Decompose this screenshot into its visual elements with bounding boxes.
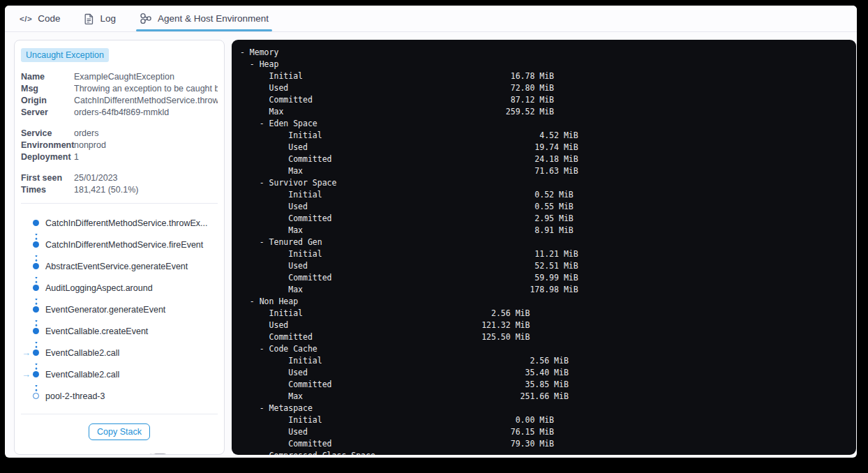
exception-type-badge: Uncaught Exception [21,48,109,62]
field-value: orders [74,128,218,140]
field-value: Throwing an exception to be caught by a … [74,83,218,95]
exception-stats: First seen25/01/2023Times181,421 (50.1%) [21,172,218,196]
frame-marker-icon [33,263,39,269]
stack-frame-label: AbstractEventService.generateEvent [45,262,188,271]
stack-frame-label: EventCallable2.call [45,348,119,358]
stack-frame[interactable]: AuditLoggingAspect.around [21,277,218,299]
stack-frame-label: EventCallable2.call [45,370,119,380]
stack-frame[interactable]: CatchInDifferentMethodService.fireEvent [21,234,218,255]
field-label: Msg [21,83,74,95]
tab-code[interactable]: </>Code [20,6,60,31]
field-name: NameExampleCaughtException [21,71,218,83]
stack-frame[interactable]: EventGenerator.generateEvent [21,299,218,320]
field-service: Serviceorders [21,128,218,140]
field-label: Times [21,184,74,196]
toggle-knob [147,453,159,455]
stack-frame-label: pool-2-thread-3 [45,391,105,401]
stack-frame-label: AuditLoggingAspect.around [45,283,153,293]
current-frame-arrow-icon: → [22,369,31,380]
field-value: nonprod [74,140,218,151]
field-value: 1 [74,151,218,163]
tab-label: Agent & Host Environment [158,13,269,24]
exception-context: ServiceordersEnvironmentnonprodDeploymen… [21,128,218,163]
stack-frame[interactable]: pool-2-thread-3 [21,385,218,407]
frame-marker-icon [33,285,39,291]
agent-environment-panel: - Memory - Heap Initial 16.78 MiB Used 7… [232,40,856,455]
stack-frame[interactable]: →EventCallable2.call [21,363,218,385]
app-window: </>CodeLogAgent & Host Environment Uncau… [5,6,857,458]
code-icon: </> [20,15,32,23]
field-label: Service [21,128,74,140]
stack-frame-label: CatchInDifferentMethodService.fireEvent [45,240,203,250]
field-value: orders-64fb4f869-mmkld [74,107,218,119]
field-value: CatchInDifferentMethodService.throwExcep [74,95,218,107]
frame-marker-icon [33,220,39,226]
copy-stack-button[interactable]: Copy Stack [89,423,150,440]
thread-marker-icon [33,393,39,399]
field-server: Serverorders-64fb4f869-mmkld [21,107,218,119]
frame-marker-icon [33,306,39,313]
stack-frame[interactable]: AbstractEventService.generateEvent [21,255,218,277]
field-first-seen: First seen25/01/2023 [21,172,218,184]
field-label: Deployment [21,151,74,163]
field-times: Times181,421 (50.1%) [21,184,218,196]
log-icon [84,13,94,24]
frame-marker-icon [33,371,39,377]
field-msg: MsgThrowing an exception to be caught by… [21,83,218,95]
exception-panel: Uncaught Exception NameExampleCaughtExce… [14,40,225,455]
field-label: Environment [21,140,74,151]
field-label: Server [21,107,74,119]
tab-label: Log [100,13,116,24]
frame-marker-icon [33,328,39,334]
divider [21,203,218,204]
tab-bar: </>CodeLogAgent & Host Environment [5,6,857,32]
current-frame-arrow-icon: → [22,347,31,358]
stack-frame-label: EventCallable.createEvent [45,326,148,336]
tab-agent-host-environment[interactable]: Agent & Host Environment [140,6,269,31]
stack-frame-label: CatchInDifferentMethodService.throwEx... [45,218,208,228]
field-deployment: Deployment1 [21,151,218,163]
tab-log[interactable]: Log [84,6,116,31]
field-value: 181,421 (50.1%) [74,184,218,196]
field-label: Name [21,71,74,83]
stack-trace-list: CatchInDifferentMethodService.throwEx...… [21,212,218,407]
field-label: Origin [21,95,74,107]
divider [21,414,218,414]
stack-frame-label: EventGenerator.generateEvent [45,305,165,315]
memory-tree: - Memory - Heap Initial 16.78 MiB Used 7… [240,47,856,455]
field-value: ExampleCaughtException [74,71,218,83]
agent-icon [140,13,152,24]
stack-frame[interactable]: EventCallable.createEvent [21,320,218,342]
stack-frame[interactable]: →EventCallable2.call [21,342,218,363]
frame-marker-icon [33,350,39,356]
field-origin: OriginCatchInDifferentMethodService.thro… [21,95,218,107]
tab-label: Code [38,13,60,24]
exception-details: NameExampleCaughtExceptionMsgThrowing an… [21,71,218,119]
field-label: First seen [21,172,74,184]
stack-frame[interactable]: CatchInDifferentMethodService.throwEx... [21,212,218,234]
frame-marker-icon [33,241,39,248]
field-value: 25/01/2023 [74,172,218,184]
field-environment: Environmentnonprod [21,140,218,151]
third-party-toggle[interactable] [147,453,170,455]
